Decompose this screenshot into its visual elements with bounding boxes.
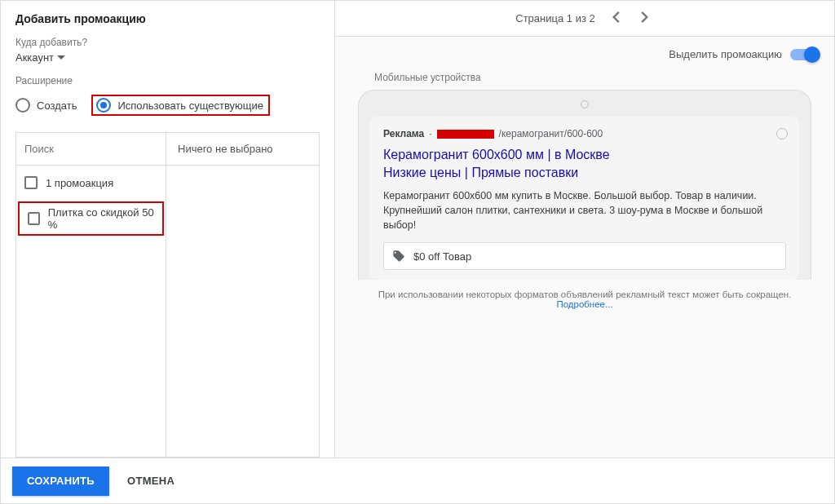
ad-headline-1: Керамогранит 600х600 мм | в Москве: [383, 148, 610, 161]
pager-next[interactable]: [636, 8, 654, 29]
ad-domain-redacted: [437, 130, 494, 139]
caption-link[interactable]: Подробнее...: [556, 299, 612, 309]
main-split: Добавить промоакцию Куда добавить? Аккау…: [1, 1, 834, 458]
dropdown-icon: [57, 55, 65, 60]
ad-headline-2: Низкие цены | Прямые поставки: [383, 166, 578, 179]
dialog-footer: СОХРАНИТЬ ОТМЕНА: [1, 458, 834, 503]
checkbox-icon: [24, 176, 38, 189]
promo-chip-text: $0 off Товар: [413, 250, 471, 263]
ad-dot: ·: [429, 128, 431, 139]
dialog-title: Добавить промоакцию: [15, 12, 320, 25]
cancel-button[interactable]: ОТМЕНА: [116, 466, 186, 496]
left-header: Добавить промоакцию Куда добавить? Аккау…: [1, 1, 334, 122]
highlight-toggle-row: Выделить промоакцию: [335, 37, 834, 67]
ad-card: Реклама · /керамогранит/600-600 Керамогр…: [370, 117, 799, 280]
available-column: 1 промоакция Плитка со скидкой 50 %: [15, 133, 166, 458]
device-label: Мобильные устройства: [374, 72, 834, 83]
preview-panel: Страница 1 из 2 Выделить промоакцию Моби…: [335, 1, 834, 458]
left-panel: Добавить промоакцию Куда добавить? Аккау…: [1, 1, 335, 458]
list-item[interactable]: 1 промоакция: [16, 166, 166, 200]
radio-circle-unselected-icon: [15, 98, 30, 113]
list-item-label: Плитка со скидкой 50 %: [48, 206, 154, 231]
save-button[interactable]: СОХРАНИТЬ: [12, 466, 109, 496]
account-value: Аккаунт: [15, 51, 54, 64]
search-input[interactable]: [24, 143, 161, 155]
ad-headline[interactable]: Керамогранит 600х600 мм | в Москве Низки…: [383, 146, 786, 182]
selected-column: Ничего не выбрано: [166, 133, 320, 458]
chevron-left-icon: [612, 11, 620, 23]
list-item[interactable]: Плитка со скидкой 50 %: [18, 201, 164, 236]
ad-description: Керамогранит 600х600 мм купить в Москве.…: [383, 188, 786, 232]
radio-group-source: Создать Использовать существующие: [15, 95, 320, 116]
toggle-label: Выделить промоакцию: [669, 48, 782, 60]
radio-create-label: Создать: [37, 99, 77, 112]
none-selected-label: Ничего не выбрано: [166, 133, 319, 166]
radio-existing-label: Использовать существующие: [117, 99, 263, 112]
highlight-toggle[interactable]: [790, 49, 818, 60]
pager-prev[interactable]: [607, 8, 625, 29]
preview-caption: При использовании некоторых форматов объ…: [351, 290, 818, 309]
promo-chip[interactable]: $0 off Товар: [383, 242, 786, 270]
radio-create[interactable]: Создать: [15, 98, 77, 113]
account-dropdown[interactable]: Аккаунт: [15, 51, 65, 64]
checkbox-icon: [28, 212, 40, 225]
extension-label: Расширение: [15, 75, 320, 86]
chevron-right-icon: [641, 11, 649, 23]
info-icon: [776, 128, 788, 139]
ad-badge: Реклама: [383, 128, 424, 139]
where-label: Куда добавить?: [15, 37, 320, 48]
list-item-label: 1 промоакция: [46, 177, 113, 189]
search-cell: [16, 133, 166, 166]
ad-top-row: Реклама · /керамогранит/600-600: [383, 128, 786, 139]
caption-text: При использовании некоторых форматов объ…: [378, 290, 792, 299]
phone-speaker-icon: [581, 100, 589, 108]
radio-circle-selected-icon: [96, 98, 111, 113]
selection-table: 1 промоакция Плитка со скидкой 50 % Ниче…: [15, 132, 320, 458]
dialog-add-promotion: Добавить промоакцию Куда добавить? Аккау…: [0, 0, 835, 504]
mobile-preview-frame: Реклама · /керамогранит/600-600 Керамогр…: [358, 90, 811, 280]
radio-use-existing[interactable]: Использовать существующие: [91, 95, 270, 116]
pager-text: Страница 1 из 2: [515, 12, 594, 24]
pager: Страница 1 из 2: [335, 1, 834, 37]
ad-url-tail: /керамогранит/600-600: [499, 128, 603, 139]
tag-icon: [392, 250, 405, 263]
